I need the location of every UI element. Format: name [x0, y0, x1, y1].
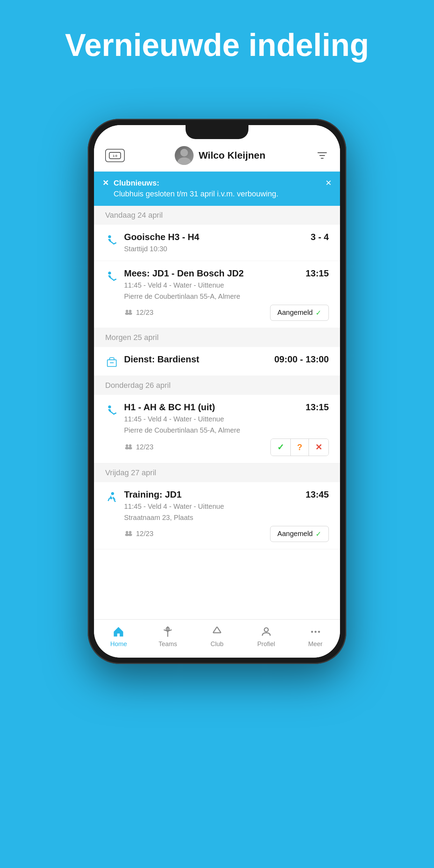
event-body-mees: Mees: JD1 - Den Bosch JD2 13:15 11:45 - … — [124, 268, 329, 321]
svg-point-35 — [314, 631, 317, 633]
hockey-icon-2 — [105, 269, 118, 283]
svg-point-23 — [111, 492, 114, 495]
nav-item-home[interactable]: Home — [94, 625, 143, 648]
event-time-training: 13:45 — [306, 489, 329, 500]
svg-line-25 — [114, 500, 115, 501]
event-bardienst[interactable]: Dienst: Bardienst 09:00 - 13:00 — [94, 347, 340, 376]
svg-point-14 — [128, 312, 132, 315]
event-title-gooische: Gooische H3 - H4 — [124, 232, 308, 243]
event-participants-training: 12/23 — [124, 530, 153, 538]
filter-icon[interactable] — [316, 149, 329, 162]
svg-line-31 — [217, 627, 221, 633]
page-title: Vernieuwde indeling — [0, 0, 434, 84]
event-training-jd1[interactable]: Training: JD1 13:45 11:45 - Veld 4 - Wat… — [94, 482, 340, 549]
bottom-spacer — [94, 549, 340, 563]
event-sub-training-2: Straatnaam 23, Plaats — [124, 513, 329, 522]
svg-text:1:0: 1:0 — [113, 154, 117, 158]
svg-line-30 — [213, 627, 217, 633]
event-sub-mees-2: Pierre de Coubertinlaan 55-A, Almere — [124, 291, 329, 301]
event-body-bardienst: Dienst: Bardienst 09:00 - 13:00 — [124, 354, 329, 365]
svg-point-22 — [128, 447, 132, 449]
news-text: Clubnieuws: Clubhuis gesloten t/m 31 apr… — [114, 178, 320, 200]
svg-point-2 — [181, 149, 188, 157]
training-icon — [105, 491, 118, 504]
nav-item-club[interactable]: Club — [193, 625, 242, 648]
event-participants-h1: 12/23 — [124, 443, 153, 451]
svg-line-24 — [108, 498, 109, 501]
phone-screen: 1:0 Wilco Kleijnen — [94, 125, 340, 658]
event-sub-mees-1: 11:45 - Veld 4 - Water - Uittenue — [124, 280, 329, 290]
nav-label-meer: Meer — [308, 641, 323, 648]
svg-point-27 — [129, 531, 131, 534]
event-footer-training: 12/23 Aangemeld ✓ — [124, 526, 329, 542]
content-area: Vandaag 24 april Gooische H3 - H4 3 - 4 — [94, 206, 340, 619]
svg-line-8 — [113, 243, 116, 244]
hockey-icon-1 — [105, 233, 118, 246]
svg-line-10 — [113, 279, 116, 280]
meer-icon — [309, 625, 322, 638]
nav-label-profiel: Profiel — [257, 641, 275, 648]
event-title-h1: H1 - AH & BC H1 (uit) — [124, 402, 303, 413]
hockey-icon-3 — [105, 403, 118, 417]
home-icon — [112, 625, 125, 638]
event-time-h1: 13:15 — [306, 402, 329, 413]
svg-point-17 — [108, 405, 111, 408]
news-dismiss-left[interactable]: ✕ — [102, 179, 109, 188]
nav-label-teams: Teams — [159, 641, 177, 648]
event-body-gooische: Gooische H3 - H4 3 - 4 Starttijd 10:30 — [124, 232, 329, 254]
bardienst-icon — [105, 355, 118, 369]
participants-icon-training — [124, 530, 133, 538]
club-icon — [210, 625, 224, 638]
rsvp-maybe-h1[interactable]: ? — [291, 439, 309, 456]
event-body-training: Training: JD1 13:45 11:45 - Veld 4 - Wat… — [124, 489, 329, 542]
nav-item-profiel[interactable]: Profiel — [241, 625, 291, 648]
event-sub-h1-2: Pierre de Coubertinlaan 55-A, Almere — [124, 425, 329, 435]
avatar — [175, 146, 194, 165]
aangemeld-button-mees[interactable]: Aangemeld ✓ — [270, 305, 329, 321]
svg-point-12 — [129, 310, 131, 312]
event-gooische[interactable]: Gooische H3 - H4 3 - 4 Starttijd 10:30 — [94, 225, 340, 261]
svg-point-33 — [264, 628, 268, 632]
date-header-thursday: Donderdag 26 april — [94, 376, 340, 395]
rsvp-yes-h1[interactable]: ✓ — [271, 439, 291, 456]
event-title-mees: Mees: JD1 - Den Bosch JD2 — [124, 268, 303, 279]
aangemeld-button-training[interactable]: Aangemeld ✓ — [270, 526, 329, 542]
header-center: Wilco Kleijnen — [125, 146, 316, 165]
event-time-bardienst: 09:00 - 13:00 — [274, 354, 329, 365]
news-body: Clubhuis gesloten t/m 31 april i.v.m. ve… — [114, 189, 279, 198]
svg-point-11 — [126, 310, 128, 312]
rsvp-no-h1[interactable]: ✕ — [309, 439, 328, 456]
participants-count-h1: 12/23 — [136, 443, 153, 451]
event-sub-h1-1: 11:45 - Veld 4 - Water - Uittenue — [124, 414, 329, 424]
event-title-bardienst: Dienst: Bardienst — [124, 354, 272, 365]
date-header-friday: Vrijdag 27 april — [94, 463, 340, 482]
event-body-h1-ah: H1 - AH & BC H1 (uit) 13:15 11:45 - Veld… — [124, 402, 329, 456]
participants-icon-mees — [124, 309, 133, 317]
event-h1-ah[interactable]: H1 - AH & BC H1 (uit) 13:15 11:45 - Veld… — [94, 395, 340, 463]
svg-point-36 — [318, 631, 320, 633]
svg-point-20 — [129, 444, 131, 447]
news-title: Clubnieuws: — [114, 179, 159, 187]
svg-point-9 — [108, 272, 111, 275]
svg-point-3 — [178, 157, 191, 165]
nav-label-club: Club — [210, 641, 223, 648]
event-participants-mees: 12/23 — [124, 309, 153, 317]
nav-item-meer[interactable]: Meer — [291, 625, 340, 648]
svg-point-29 — [128, 534, 132, 536]
date-header-today: Vandaag 24 april — [94, 206, 340, 225]
phone-notch — [186, 125, 248, 139]
event-sub-training-1: 11:45 - Veld 4 - Water - Uittenue — [124, 501, 329, 511]
news-banner: ✕ Clubnieuws: Clubhuis gesloten t/m 31 a… — [94, 172, 340, 206]
news-close-button[interactable]: ✕ — [325, 179, 332, 188]
event-footer-mees: 12/23 Aangemeld ✓ — [124, 305, 329, 321]
event-time-mees: 13:15 — [306, 268, 329, 279]
date-header-tomorrow: Morgen 25 april — [94, 328, 340, 347]
event-score-gooische: 3 - 4 — [311, 232, 329, 243]
bottom-nav: Home Teams — [94, 619, 340, 658]
nav-item-teams[interactable]: Teams — [143, 625, 193, 648]
participants-count-mees: 12/23 — [136, 309, 153, 317]
participants-icon-h1 — [124, 443, 133, 451]
event-sub-gooische: Starttijd 10:30 — [124, 244, 329, 254]
event-mees-jd1[interactable]: Mees: JD1 - Den Bosch JD2 13:15 11:45 - … — [94, 261, 340, 328]
svg-point-34 — [311, 631, 313, 633]
